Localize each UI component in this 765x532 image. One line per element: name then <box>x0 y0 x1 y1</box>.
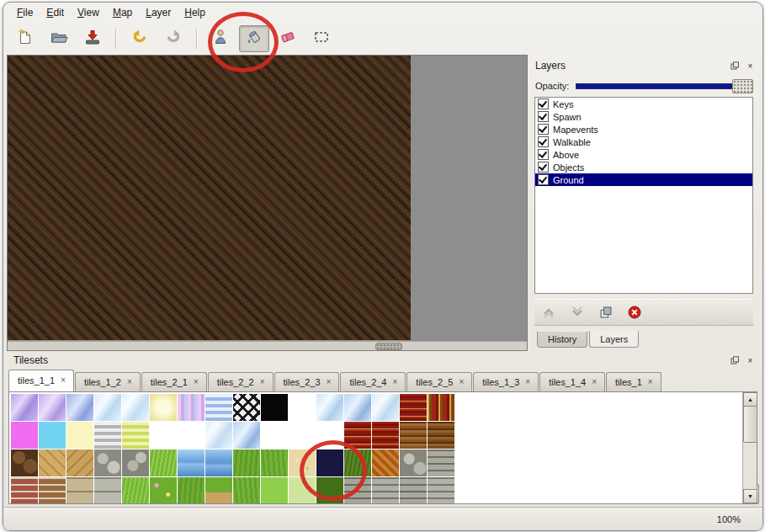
float-panel-button[interactable] <box>730 355 741 366</box>
tile-periwinkle-sheen[interactable] <box>66 394 93 421</box>
tab-close-icon[interactable]: × <box>327 378 332 386</box>
tab-close-icon[interactable]: × <box>393 378 398 386</box>
menu-view[interactable]: View <box>71 4 106 21</box>
tile-white-1[interactable] <box>289 394 316 421</box>
canvas-horizontal-scrollbar[interactable] <box>8 341 527 350</box>
tile-bright-grass-1[interactable] <box>150 450 177 476</box>
tile-gray-pebbles-1[interactable] <box>94 450 121 476</box>
tileset-tab-tiles_2_3[interactable]: tiles_2_3× <box>274 372 340 391</box>
tile-white-4[interactable] <box>261 422 288 449</box>
tile-wood-planks-1[interactable] <box>400 422 427 449</box>
layer-visibility-checkbox[interactable] <box>538 149 549 160</box>
float-panel-button[interactable] <box>730 61 741 72</box>
tile-lavender-sheen-1[interactable] <box>11 394 38 421</box>
eraser-tool-button[interactable] <box>273 25 303 52</box>
tile-sky-sheen-2[interactable] <box>233 422 260 449</box>
tile-cream[interactable] <box>66 422 93 449</box>
layer-row-spawn[interactable]: Spawn <box>535 110 752 123</box>
panel-tab-layers[interactable]: Layers <box>589 331 639 348</box>
redo-button[interactable] <box>158 25 189 52</box>
tile-grass-flowers[interactable] <box>150 477 177 504</box>
layer-visibility-checkbox[interactable] <box>538 174 549 185</box>
tile-ice-sheen-2[interactable] <box>122 394 149 421</box>
tile-red-carpet-2[interactable] <box>344 422 371 449</box>
tile-grass-4[interactable] <box>233 477 260 504</box>
tileset-tab-tiles_1_4[interactable]: tiles_1_4× <box>539 372 605 391</box>
layer-row-above[interactable]: Above <box>535 148 752 161</box>
close-panel-button[interactable]: × <box>745 355 756 366</box>
tab-close-icon[interactable]: × <box>592 378 597 386</box>
tile-lime-stripes[interactable] <box>122 422 149 449</box>
tileset-tab-tiles_2_1[interactable]: tiles_2_1× <box>141 372 207 391</box>
scrollbar-thumb[interactable] <box>375 343 402 350</box>
new-map-button[interactable] <box>10 25 40 52</box>
tab-close-icon[interactable]: × <box>127 378 132 386</box>
open-button[interactable] <box>44 25 74 52</box>
tile-gray-brick-1[interactable] <box>428 450 454 476</box>
tab-close-icon[interactable]: × <box>194 378 199 386</box>
tileset-tab-tiles_2_4[interactable]: tiles_2_4× <box>340 372 406 391</box>
menu-file[interactable]: File <box>10 4 40 21</box>
layer-visibility-checkbox[interactable] <box>538 98 549 109</box>
tab-close-icon[interactable]: × <box>61 376 66 385</box>
tab-close-icon[interactable]: × <box>459 378 464 386</box>
tile-wood-planks-2[interactable] <box>428 422 454 449</box>
tile-white-6[interactable] <box>316 422 343 449</box>
tileset-tab-tiles_1_1[interactable]: tiles_1_1× <box>8 370 74 391</box>
duplicate-layer-button[interactable] <box>597 303 615 322</box>
tile-grass-light[interactable] <box>261 477 288 504</box>
tile-dark-grass[interactable] <box>344 450 371 476</box>
tile-ice-sheen-3[interactable] <box>316 394 343 421</box>
menu-map[interactable]: Map <box>106 4 139 21</box>
tile-gray-cobbles[interactable] <box>400 450 427 476</box>
tile-gilded-column[interactable] <box>428 394 454 421</box>
tile-ice-sheen-4[interactable] <box>372 394 399 421</box>
layer-visibility-checkbox[interactable] <box>538 162 549 173</box>
tile-black[interactable] <box>261 394 288 421</box>
tile-diamond-lattice[interactable] <box>233 394 260 421</box>
tile-gray-brick-3[interactable] <box>372 477 399 504</box>
tile-pink-stripes[interactable] <box>178 394 205 421</box>
menu-help[interactable]: Help <box>178 4 212 21</box>
tileset-tab-tiles_1_3[interactable]: tiles_1_3× <box>473 372 539 391</box>
tile-yellow-panel[interactable] <box>150 394 177 421</box>
tile-orange-weave[interactable] <box>372 450 399 476</box>
tile-brown-brick-wall[interactable] <box>39 477 66 504</box>
undo-button[interactable] <box>125 25 155 52</box>
layer-visibility-checkbox[interactable] <box>538 124 549 135</box>
layer-visibility-checkbox[interactable] <box>538 111 549 122</box>
menu-layer[interactable]: Layer <box>139 4 178 21</box>
tile-tan-flagstone-1[interactable] <box>39 450 66 476</box>
opacity-slider[interactable] <box>576 83 752 89</box>
tile-water-2[interactable] <box>205 450 232 476</box>
tileset-tab-tiles_1[interactable]: tiles_1× <box>606 372 661 391</box>
tile-grass-1[interactable] <box>233 450 260 476</box>
tile-white-3[interactable] <box>178 422 205 449</box>
tile-magenta[interactable] <box>11 422 38 449</box>
close-panel-button[interactable]: × <box>745 61 756 72</box>
tile-red-carpet-3[interactable] <box>372 422 399 449</box>
tile-lavender-sheen-2[interactable] <box>39 394 66 421</box>
lower-layer-button[interactable] <box>568 303 587 322</box>
tile-stone-slabs-tan[interactable] <box>66 477 93 504</box>
tile-cyan[interactable] <box>39 422 66 449</box>
tile-tan-flagstone-2[interactable] <box>66 450 93 476</box>
tile-grass-2[interactable] <box>261 450 288 476</box>
delete-layer-button[interactable] <box>625 303 644 322</box>
tile-red-carpet-1[interactable] <box>400 394 427 421</box>
tile-ice-sheen-5[interactable] <box>205 422 232 449</box>
tab-close-icon[interactable]: × <box>648 378 653 386</box>
player-tool-button[interactable] <box>205 25 236 52</box>
tile-gray-stripes[interactable] <box>94 422 121 449</box>
layer-visibility-checkbox[interactable] <box>538 136 549 147</box>
tileset-tab-tiles_2_2[interactable]: tiles_2_2× <box>208 372 274 391</box>
scroll-down-button[interactable]: ▼ <box>743 489 757 503</box>
tile-gray-pebbles-2[interactable] <box>122 450 149 476</box>
tile-white-2[interactable] <box>150 422 177 449</box>
select-tool-button[interactable] <box>306 25 337 52</box>
tile-bright-grass-2[interactable] <box>122 477 149 504</box>
tileset-tab-tiles_2_5[interactable]: tiles_2_5× <box>406 372 472 391</box>
save-button[interactable] <box>77 25 108 52</box>
layer-row-walkable[interactable]: Walkable <box>535 136 752 148</box>
map-canvas[interactable] <box>8 56 411 340</box>
